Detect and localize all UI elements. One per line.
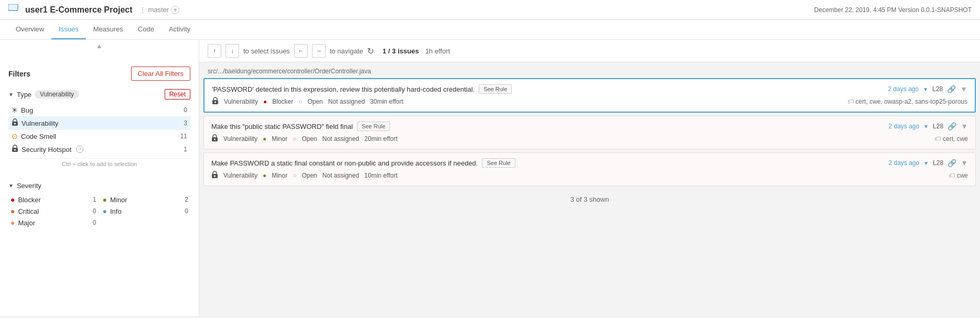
clear-all-filters-button[interactable]: Clear All Filters bbox=[131, 67, 190, 81]
project-icon bbox=[8, 4, 19, 15]
navigate-left-button[interactable]: ← bbox=[294, 44, 308, 58]
issue-1-link-icon[interactable]: 🔗 bbox=[947, 85, 956, 93]
filters-header: Filters Clear All Filters bbox=[0, 58, 199, 85]
type-item-bug[interactable]: ✳ Bug 0 bbox=[8, 104, 190, 116]
issue-1-type-label: Vulnerability bbox=[224, 98, 258, 105]
svg-point-9 bbox=[214, 139, 216, 140]
blocker-count: 1 bbox=[93, 196, 96, 203]
issue-2-assignee: Not assigned bbox=[322, 135, 359, 142]
major-count: 0 bbox=[93, 219, 96, 226]
issue-card-3[interactable]: Make PASSWORD a static final constant or… bbox=[203, 152, 976, 186]
info-label: Info bbox=[110, 207, 122, 215]
refresh-icon[interactable]: ↻ bbox=[367, 46, 374, 56]
severity-minor[interactable]: ● Minor 2 bbox=[101, 194, 191, 205]
severity-chevron-icon: ▼ bbox=[8, 183, 14, 189]
issue-1-status-icon: ○ bbox=[298, 98, 302, 105]
issue-2-see-rule-button[interactable]: See Rule bbox=[357, 122, 390, 131]
issue-2-type-icon bbox=[211, 134, 218, 144]
project-title: user1 E-Commerce Project bbox=[25, 5, 133, 15]
type-item-code-smell[interactable]: ⊙ Code Smell 11 bbox=[8, 130, 190, 142]
type-reset-button[interactable]: Reset bbox=[165, 89, 190, 100]
select-up-button[interactable]: ↑ bbox=[208, 44, 221, 58]
severity-info[interactable]: ● Info 0 bbox=[101, 205, 191, 217]
issue-3-type-label: Vulnerability bbox=[223, 172, 257, 179]
issue-3-status-label: Open bbox=[301, 172, 317, 179]
select-issues-label: to select issues bbox=[243, 47, 290, 55]
tab-overview[interactable]: Overview bbox=[8, 20, 51, 39]
tab-issues[interactable]: Issues bbox=[51, 20, 86, 39]
issue-2-tag-icon: 🏷 bbox=[934, 135, 941, 142]
severity-section-label: Severity bbox=[17, 182, 41, 190]
issue-2-filter-icon[interactable]: ▼ bbox=[961, 122, 968, 130]
issue-2-title: Make this "public static PASSWORD" field… bbox=[211, 123, 353, 130]
issue-card-1[interactable]: 'PASSWORD' detected in this expression, … bbox=[203, 78, 976, 113]
branch-separator-icon: ⋮ bbox=[139, 6, 146, 14]
info-count: 0 bbox=[185, 207, 188, 215]
issue-3-type-icon bbox=[211, 171, 218, 180]
issue-3-see-rule-button[interactable]: See Rule bbox=[482, 158, 515, 168]
issue-2-status-icon: ○ bbox=[293, 135, 296, 142]
vulnerability-icon bbox=[12, 118, 18, 128]
issue-1-title: 'PASSWORD' detected in this expression, … bbox=[212, 85, 475, 93]
ctrl-click-hint: Ctrl + click to add to selection bbox=[8, 158, 190, 171]
severity-blocker[interactable]: ● Blocker 1 bbox=[8, 194, 99, 205]
bug-label: Bug bbox=[21, 106, 33, 114]
issue-3-age-chevron: ▼ bbox=[923, 160, 929, 166]
code-smell-count: 11 bbox=[180, 133, 187, 140]
branch-info: ⋮ master + bbox=[139, 6, 180, 14]
issue-1-tags: cert, cwe, owasp-a2, sans-top25-porous bbox=[856, 98, 967, 105]
issue-1-severity-icon: ● bbox=[263, 98, 267, 105]
minor-icon: ● bbox=[103, 195, 107, 204]
issue-card-2[interactable]: Make this "public static PASSWORD" field… bbox=[203, 116, 976, 149]
svg-point-7 bbox=[214, 102, 216, 103]
minor-count: 2 bbox=[185, 196, 188, 203]
navigate-right-button[interactable]: → bbox=[312, 44, 326, 58]
severity-section-header[interactable]: ▼ Severity bbox=[8, 182, 190, 190]
tab-activity[interactable]: Activity bbox=[161, 20, 198, 39]
issue-1-tag-icon: 🏷 bbox=[847, 98, 854, 105]
code-smell-label: Code Smell bbox=[21, 133, 56, 140]
type-section-header[interactable]: ▼ Type Vulnerability Reset bbox=[8, 89, 190, 100]
tab-measures[interactable]: Measures bbox=[86, 20, 131, 39]
svg-point-5 bbox=[14, 149, 16, 151]
content-area: ↑ ↓ to select issues ← → to navigate ↻ 1… bbox=[199, 40, 980, 316]
svg-rect-1 bbox=[9, 5, 17, 9]
issue-3-link-icon[interactable]: 🔗 bbox=[947, 159, 956, 167]
severity-major[interactable]: ● Major 0 bbox=[8, 217, 99, 228]
tab-code[interactable]: Code bbox=[131, 20, 161, 39]
issue-2-line: L28 bbox=[933, 123, 943, 130]
type-section-label: Type bbox=[17, 91, 31, 98]
select-down-button[interactable]: ↓ bbox=[225, 44, 239, 58]
issue-2-link-icon[interactable]: 🔗 bbox=[947, 122, 956, 130]
severity-grid: ● Blocker 1 ● Critical 0 ● Major 0 bbox=[8, 194, 190, 228]
issue-3-assignee: Not assigned bbox=[322, 172, 359, 179]
branch-add-icon[interactable]: + bbox=[171, 6, 179, 14]
issue-1-see-rule-button[interactable]: See Rule bbox=[479, 84, 512, 94]
issue-1-status-label: Open bbox=[307, 98, 322, 105]
critical-count: 0 bbox=[93, 207, 96, 215]
sidebar: ▲ Filters Clear All Filters ▼ Type Vulne… bbox=[0, 40, 199, 316]
filters-title: Filters bbox=[8, 70, 30, 78]
severity-critical[interactable]: ● Critical 0 bbox=[8, 205, 99, 217]
issue-3-line: L28 bbox=[933, 159, 943, 167]
issues-count: 1 / 3 issues bbox=[382, 47, 418, 55]
version-info: December 22, 2019, 4:45 PM Version 0.0.1… bbox=[814, 6, 972, 14]
svg-point-11 bbox=[214, 176, 216, 177]
vulnerability-label: Vulnerability bbox=[21, 119, 58, 127]
issue-1-filter-icon[interactable]: ▼ bbox=[960, 85, 967, 93]
security-hotspot-icon bbox=[12, 145, 18, 154]
issue-3-severity-label: Minor bbox=[272, 172, 287, 179]
effort-label: 1h effort bbox=[425, 47, 450, 55]
branch-name[interactable]: master bbox=[148, 6, 169, 14]
type-item-vulnerability[interactable]: Vulnerability 3 bbox=[8, 116, 190, 130]
navigate-label: to navigate bbox=[330, 47, 363, 55]
issue-3-severity-icon: ● bbox=[263, 172, 266, 179]
issue-1-line: L28 bbox=[932, 85, 943, 93]
issue-2-type-label: Vulnerability bbox=[223, 135, 257, 142]
issue-2-age-chevron: ▼ bbox=[923, 124, 929, 129]
issue-2-age: 2 days ago bbox=[888, 123, 919, 130]
issue-1-severity-label: Blocker bbox=[272, 98, 293, 105]
issue-2-status-label: Open bbox=[301, 135, 317, 142]
type-item-security-hotspot[interactable]: Security Hotspot ? 1 bbox=[8, 142, 190, 156]
issue-3-filter-icon[interactable]: ▼ bbox=[961, 159, 968, 167]
